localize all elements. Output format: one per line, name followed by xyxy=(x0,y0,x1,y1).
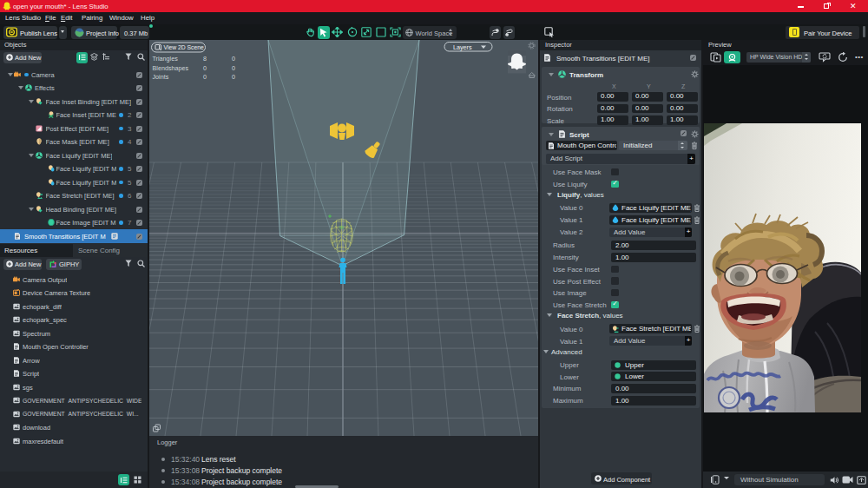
svg-text:Blendshapes: Blendshapes xyxy=(153,64,189,72)
svg-text:View 2D Scene: View 2D Scene xyxy=(164,44,205,50)
svg-text:0: 0 xyxy=(203,73,207,81)
svg-text:0: 0 xyxy=(232,64,235,72)
svg-text:Joints: Joints xyxy=(153,73,169,81)
svg-text:0: 0 xyxy=(203,64,207,72)
svg-text:0: 0 xyxy=(232,73,235,81)
svg-text:Layers: Layers xyxy=(453,43,472,51)
svg-text:Triangles: Triangles xyxy=(153,55,179,63)
svg-text:8: 8 xyxy=(203,55,207,63)
svg-text:0: 0 xyxy=(232,55,235,63)
